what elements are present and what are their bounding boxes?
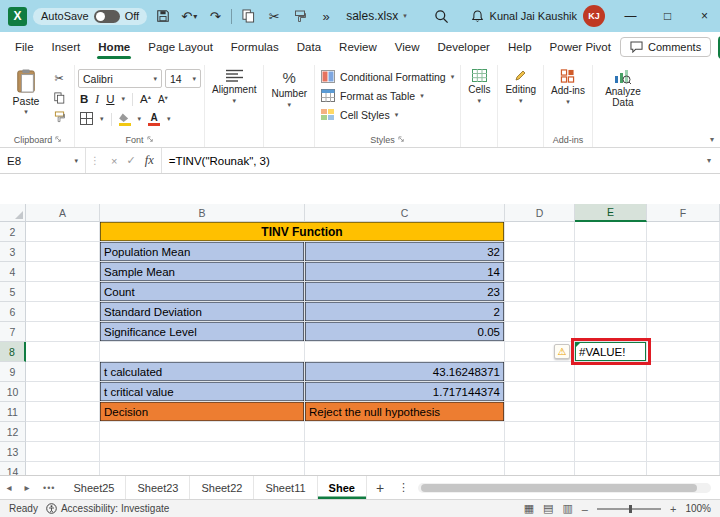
cell-E11[interactable]	[575, 402, 647, 422]
zoom-level[interactable]: 100%	[685, 503, 711, 514]
cell-F13[interactable]	[647, 442, 720, 462]
cell-D10[interactable]	[505, 382, 575, 402]
cell-D7[interactable]	[505, 322, 575, 342]
save-button[interactable]	[153, 5, 173, 27]
document-title[interactable]: sales.xlsx ▾	[342, 9, 411, 23]
decrease-font-button[interactable]: A▾	[158, 94, 168, 105]
cell-A14[interactable]	[26, 462, 100, 475]
zoom-slider-thumb[interactable]	[629, 505, 632, 513]
number-button[interactable]: % Number ▾	[267, 65, 311, 109]
autosave-toggle[interactable]	[94, 10, 120, 23]
cell-B12[interactable]	[100, 422, 305, 442]
copy-button[interactable]	[238, 5, 258, 27]
next-sheet-button[interactable]: ▸	[18, 482, 36, 493]
cell-E6[interactable]	[575, 302, 647, 322]
prev-sheet-button[interactable]: ◂	[0, 482, 18, 493]
normal-view-button[interactable]: ▦	[524, 502, 534, 515]
format-as-table-button[interactable]: Format as Table ▾	[318, 86, 457, 105]
column-header-F[interactable]: F	[647, 204, 720, 222]
page-layout-view-button[interactable]: ▤	[543, 502, 553, 515]
menu-tab-home[interactable]: Home	[89, 34, 139, 60]
formula-input[interactable]: =TINV("Rounak", 3)	[162, 155, 270, 167]
avatar[interactable]: KJ	[583, 5, 605, 27]
cell-D2[interactable]	[505, 222, 575, 242]
cell-D4[interactable]	[505, 262, 575, 282]
cell-F2[interactable]	[647, 222, 720, 242]
underline-button[interactable]: U	[106, 93, 114, 105]
cell-B2[interactable]: TINV Function	[100, 222, 505, 242]
cell-A3[interactable]	[26, 242, 100, 262]
sheet-tab-sheet23[interactable]: Sheet23	[126, 476, 190, 499]
copy-ribbon-button[interactable]	[49, 89, 69, 106]
cell-B10[interactable]: t critical value	[100, 382, 305, 402]
cell-C7[interactable]: 0.05	[305, 322, 505, 342]
bold-button[interactable]: B	[80, 93, 88, 105]
cell-B5[interactable]: Count	[100, 282, 305, 302]
row-header-10[interactable]: 10	[0, 382, 26, 402]
cell-E4[interactable]	[575, 262, 647, 282]
format-painter-button[interactable]	[290, 5, 310, 27]
collapse-ribbon-icon[interactable]: ▾	[710, 135, 714, 144]
cut-ribbon-button[interactable]: ✂	[49, 70, 69, 87]
row-header-11[interactable]: 11	[0, 402, 26, 422]
menu-tab-insert[interactable]: Insert	[43, 34, 90, 60]
cell-D13[interactable]	[505, 442, 575, 462]
close-button[interactable]: ×	[689, 0, 720, 32]
row-header-14[interactable]: 14	[0, 462, 26, 475]
cell-C3[interactable]: 32	[305, 242, 505, 262]
menu-tab-formulas[interactable]: Formulas	[222, 34, 288, 60]
toolbar-overflow-button[interactable]: »	[316, 5, 336, 27]
cell-C8[interactable]	[305, 342, 505, 362]
cell-E14[interactable]	[575, 462, 647, 475]
row-header-2[interactable]: 2	[0, 222, 26, 242]
new-sheet-button[interactable]: +	[367, 480, 393, 496]
formula-bar-handle[interactable]: ⋮	[86, 155, 104, 166]
cell-B11[interactable]: Decision	[100, 402, 305, 422]
analyze-data-button[interactable]: Analyze Data	[596, 65, 650, 108]
alignment-button[interactable]: Alignment ▾	[208, 65, 260, 105]
column-header-B[interactable]: B	[100, 204, 305, 222]
cancel-entry-button[interactable]: ×	[111, 155, 117, 167]
cell-A11[interactable]	[26, 402, 100, 422]
redo-button[interactable]: ↷	[205, 5, 225, 27]
page-break-view-button[interactable]: ▥	[562, 502, 572, 515]
cell-E2[interactable]	[575, 222, 647, 242]
row-header-8[interactable]: 8	[0, 342, 26, 362]
confirm-entry-button[interactable]: ✓	[126, 154, 135, 167]
search-button[interactable]	[431, 5, 451, 27]
cell-E7[interactable]	[575, 322, 647, 342]
row-header-6[interactable]: 6	[0, 302, 26, 322]
cell-F9[interactable]	[647, 362, 720, 382]
cell-C10[interactable]: 1.717144374	[305, 382, 505, 402]
cell-B13[interactable]	[100, 442, 305, 462]
column-header-C[interactable]: C	[305, 204, 505, 222]
borders-button[interactable]	[80, 112, 93, 127]
row-header-13[interactable]: 13	[0, 442, 26, 462]
cell-A6[interactable]	[26, 302, 100, 322]
increase-font-button[interactable]: A▴	[140, 93, 151, 105]
cell-B7[interactable]: Significance Level	[100, 322, 305, 342]
cell-F7[interactable]	[647, 322, 720, 342]
cells-button[interactable]: Cells ▾	[464, 65, 494, 105]
menu-tab-data[interactable]: Data	[288, 34, 330, 60]
cell-A12[interactable]	[26, 422, 100, 442]
user-account[interactable]: Kunal Jai Kaushik KJ	[471, 5, 609, 27]
cell-A10[interactable]	[26, 382, 100, 402]
menu-tab-power-pivot[interactable]: Power Pivot	[541, 34, 620, 60]
cell-C14[interactable]	[305, 462, 505, 475]
cell-E12[interactable]	[575, 422, 647, 442]
underline-dropdown-icon[interactable]: ▾	[121, 95, 125, 103]
menu-tab-file[interactable]: File	[6, 34, 43, 60]
cell-D11[interactable]	[505, 402, 575, 422]
menu-tab-view[interactable]: View	[386, 34, 429, 60]
expand-formula-bar-icon[interactable]: ▾	[707, 156, 720, 165]
cell-B4[interactable]: Sample Mean	[100, 262, 305, 282]
sheet-options-icon[interactable]: ⋮	[393, 481, 414, 494]
font-color-dropdown-icon[interactable]: ▾	[167, 115, 171, 123]
sheet-tab-active[interactable]: Shee	[318, 476, 367, 499]
cell-styles-button[interactable]: Cell Styles ▾	[318, 105, 457, 124]
row-header-4[interactable]: 4	[0, 262, 26, 282]
column-header-D[interactable]: D	[505, 204, 575, 222]
zoom-out-button[interactable]: –	[582, 503, 588, 515]
cell-F5[interactable]	[647, 282, 720, 302]
